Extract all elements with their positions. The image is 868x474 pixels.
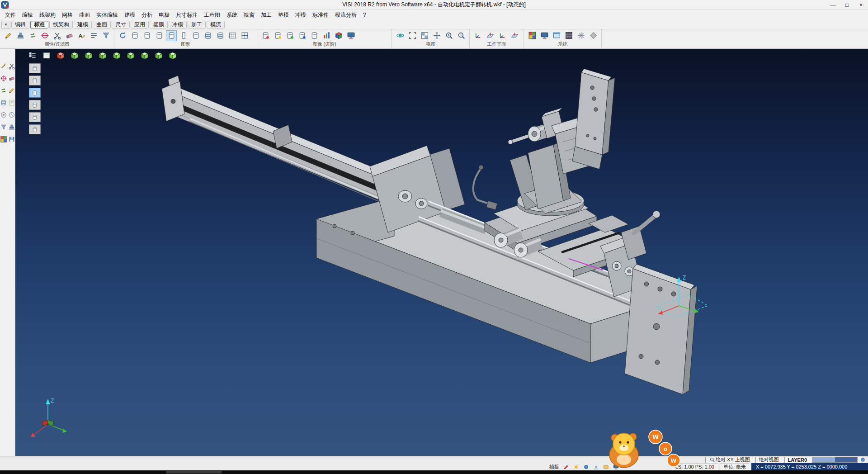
display-mode-1-button[interactable] [29, 63, 41, 73]
tab-item-4[interactable]: 曲面 [93, 21, 111, 28]
save-tool-icon[interactable] [8, 136, 15, 143]
pan-icon[interactable] [431, 30, 442, 41]
attr-stamp-icon[interactable] [15, 30, 26, 41]
view-left-button[interactable] [125, 51, 136, 61]
brightness-status-icon[interactable] [573, 464, 580, 470]
options-icon[interactable] [588, 30, 599, 41]
tab-item-5[interactable]: 尺寸 [112, 21, 130, 28]
attr-list-icon[interactable] [88, 30, 99, 41]
minimize-button[interactable]: — [826, 0, 840, 9]
bracket-tower[interactable] [508, 69, 615, 213]
view-axo-button[interactable] [167, 51, 178, 61]
palette-tool-icon[interactable] [0, 136, 7, 143]
redraw-icon[interactable] [117, 30, 128, 41]
attr-trim-icon[interactable] [52, 30, 62, 41]
view-bottom-button[interactable] [153, 51, 164, 61]
menu-item-6[interactable]: 建模 [121, 10, 138, 20]
rotate-tool-icon[interactable] [0, 111, 7, 118]
transform-tool-icon[interactable] [0, 87, 7, 94]
menu-item-3[interactable]: 网格 [59, 10, 76, 20]
cad-model[interactable]: Z Z [15, 49, 868, 456]
absolute-view-field[interactable]: 绝对视图 [755, 457, 783, 463]
snap-tool-icon[interactable] [0, 75, 7, 82]
viewport[interactable]: Z Z [15, 49, 868, 456]
menu-item-0[interactable]: 文件 [2, 10, 19, 20]
render-plain-icon[interactable] [309, 30, 320, 41]
fit-view-icon[interactable] [407, 30, 418, 41]
menu-item-17[interactable]: 模流分析 [332, 10, 360, 20]
render-screen-icon[interactable] [345, 30, 356, 41]
pen-status-icon[interactable] [563, 464, 570, 470]
info-status-icon[interactable]: i [583, 464, 590, 470]
menu-item-1[interactable]: 编辑 [19, 10, 36, 20]
attr-filter-icon[interactable] [100, 30, 111, 41]
render-cube-icon[interactable] [333, 30, 344, 41]
tab-item-1[interactable]: 标准 [30, 21, 48, 28]
zoom-out-icon[interactable] [456, 30, 467, 41]
erase-tool-icon[interactable] [8, 75, 15, 82]
units-field[interactable]: 单位: 毫米 [720, 464, 750, 470]
color-swatch-1[interactable] [835, 457, 857, 462]
display-mode-4-button[interactable] [29, 100, 41, 110]
grid-settings-icon[interactable] [563, 30, 574, 41]
end-plate[interactable] [625, 264, 697, 394]
attr-swap-icon[interactable] [27, 30, 38, 41]
tab-item-8[interactable]: 冲模 [169, 21, 187, 28]
menu-item-12[interactable]: 视窗 [241, 10, 258, 20]
view-iso-button[interactable] [69, 51, 80, 61]
tab-item-0[interactable]: 编辑 [11, 21, 29, 28]
history-tool-icon[interactable] [8, 111, 15, 118]
render-blue-icon[interactable] [297, 30, 307, 41]
filter-tool-icon[interactable] [0, 123, 7, 131]
air-tube[interactable] [473, 165, 497, 210]
workplane-axis-icon[interactable] [472, 30, 483, 41]
maximize-button[interactable]: □ [840, 0, 854, 9]
sketch-tool-icon[interactable] [8, 87, 15, 94]
tab-item-7[interactable]: 塑膜 [150, 21, 168, 28]
linear-rail[interactable] [162, 76, 404, 213]
menu-item-11[interactable]: 系统 [223, 10, 241, 20]
display-mode-6-button[interactable] [29, 124, 41, 134]
scene-list-button[interactable] [27, 51, 38, 61]
snap-toggle[interactable]: 捕捉 [548, 464, 561, 470]
tab-dropdown-button[interactable]: ▼ [1, 21, 10, 28]
shading-2-icon[interactable] [142, 30, 152, 41]
shading-4-icon[interactable] [166, 30, 177, 41]
tab-item-10[interactable]: 模流 [207, 21, 225, 28]
menu-item-7[interactable]: 分析 [138, 10, 156, 20]
menu-item-5[interactable]: 实体编辑 [93, 10, 121, 20]
tab-item-9[interactable]: 加工 [188, 21, 206, 28]
snap-settings-icon[interactable] [576, 30, 586, 41]
menu-item-18[interactable]: ? [360, 11, 369, 19]
tab-item-6[interactable]: 应用 [131, 21, 149, 28]
shading-3-icon[interactable] [154, 30, 165, 41]
section-icon[interactable] [178, 30, 189, 41]
print-tool-icon[interactable] [8, 123, 15, 131]
view-top-button[interactable] [83, 51, 94, 61]
menu-item-15[interactable]: 冲模 [292, 10, 309, 20]
view-mode-field[interactable]: 绝对 XY 上视图 [705, 457, 754, 463]
desktop-pet[interactable]: W o W [598, 426, 688, 473]
clamp-handle[interactable] [621, 211, 660, 260]
menu-item-16[interactable]: 标准件 [309, 10, 332, 20]
color-swatches[interactable] [812, 457, 858, 463]
render-red-icon[interactable] [260, 30, 271, 41]
close-button[interactable]: × [854, 0, 868, 9]
display-mode-2-button[interactable] [29, 76, 41, 85]
layers-tool-icon[interactable] [0, 99, 7, 106]
grid-view-icon[interactable] [419, 30, 430, 41]
menu-item-10[interactable]: 工程图 [201, 10, 223, 20]
window-icon[interactable] [551, 30, 562, 41]
display-mode-5-button[interactable] [29, 112, 41, 122]
table-icon[interactable] [227, 30, 238, 41]
render-yellow-icon[interactable] [272, 30, 283, 41]
menu-item-9[interactable]: 尺寸标注 [173, 10, 201, 20]
render-green-icon[interactable] [284, 30, 295, 41]
menu-item-14[interactable]: 塑模 [275, 10, 292, 20]
workplane-axis-2-icon[interactable] [497, 30, 508, 41]
view-cube-ref-button[interactable] [55, 51, 66, 61]
workplane-plane-2-icon[interactable] [509, 30, 520, 41]
select-tool-icon[interactable] [0, 62, 7, 70]
trim-tool-icon[interactable] [8, 62, 15, 70]
shading-1-icon[interactable] [129, 30, 140, 41]
